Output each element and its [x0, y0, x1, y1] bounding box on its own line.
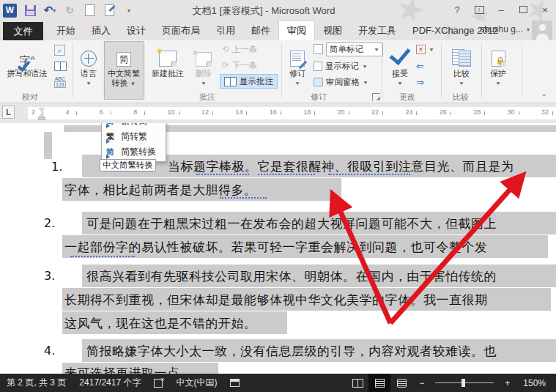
- group-label-changes: 更改: [399, 92, 415, 103]
- word-count-button[interactable]: ABC123: [54, 75, 66, 89]
- tab-references[interactable]: 引用: [208, 21, 243, 40]
- tab-view[interactable]: 视图: [315, 21, 350, 40]
- tab-review[interactable]: 审阅: [278, 21, 315, 40]
- next-change-button[interactable]: ⇒: [416, 75, 424, 89]
- list-number: 1.: [51, 160, 62, 174]
- tracking-dialog-launcher[interactable]: [372, 93, 380, 101]
- ruler-tick: [552, 111, 553, 115]
- tab-page-layout[interactable]: 页面布局: [154, 21, 208, 40]
- macro-recorder-button[interactable]: [223, 374, 246, 392]
- menu-item-simplified-to-traditional[interactable]: 繁 简转繁: [102, 129, 166, 144]
- next-comment-button[interactable]: ⟳ 下一条: [222, 58, 257, 73]
- chinese-conversion-button[interactable]: 简 中文简繁 转换 ▼: [104, 41, 144, 100]
- doc-text-line[interactable]: 这风气，现在这也是不错的开始。: [64, 315, 257, 332]
- window-title: 文档1 [兼容模式] - Microsoft Word: [117, 4, 410, 18]
- reviewing-pane-button[interactable]: 审阅窗格 ▼: [314, 75, 368, 89]
- close-button[interactable]: ×: [537, 3, 553, 16]
- help-button[interactable]: ?: [449, 3, 465, 16]
- doc-text-line[interactable]: 长期得不到重视，但宋体却是最能够体视中华文化美学的字体。我一直很期: [64, 292, 488, 308]
- ribbon-display-options-button[interactable]: ↑: [471, 3, 487, 16]
- macro-icon: [230, 379, 240, 387]
- track-changes-button[interactable]: 修订 ▼: [284, 42, 311, 88]
- group-label-proofing: 校对: [22, 92, 38, 103]
- language-button[interactable]: 语言 ▼: [75, 42, 102, 88]
- horizontal-ruler[interactable]: 2468101214161820222426283032: [28, 107, 556, 119]
- tab-mailings[interactable]: 邮件: [243, 21, 278, 40]
- doc-text-line[interactable]: 可是问题在于粗黑宋过粗一在发布会的超大视屏问题可能不大，但截图上: [86, 215, 497, 232]
- delete-comment-button[interactable]: × 删除 ▼: [190, 42, 217, 88]
- quick-edit-button[interactable]: [103, 4, 116, 17]
- tab-selector[interactable]: L: [2, 106, 15, 119]
- proofing-status-button[interactable]: ×: [147, 374, 169, 392]
- spelling-grammar-button[interactable]: 字A 拼写和语法: [3, 42, 51, 78]
- next-change-icon: ⇒: [416, 77, 424, 88]
- compare-button[interactable]: 比较 ▼: [447, 42, 476, 88]
- new-comment-button[interactable]: ✷ 新建批注: [147, 42, 188, 78]
- print-layout-icon: [375, 379, 385, 388]
- reject-button[interactable]: × ▼: [416, 42, 434, 56]
- new-document-button[interactable]: [83, 4, 96, 17]
- menu-item-traditional-to-simplified[interactable]: 简 繁转简: [102, 123, 166, 129]
- accept-button[interactable]: 接受 ▼: [387, 42, 413, 88]
- print-layout-button[interactable]: [368, 374, 390, 392]
- minimize-button[interactable]: –: [493, 3, 509, 16]
- new-document-icon: [85, 4, 94, 16]
- page-indicator[interactable]: 第 2 页, 共 3 页: [0, 374, 73, 392]
- zoom-out-button[interactable]: −: [412, 374, 431, 392]
- document-page[interactable]: 1. 2. 3. 4. 当标题字棒极。它是套很醒神、很吸引到注意目光、而且是为 …: [0, 123, 556, 374]
- tab-design[interactable]: 设计: [119, 21, 154, 40]
- menu-item-conversion-options[interactable]: 简 简繁转换: [102, 144, 166, 160]
- previous-change-button[interactable]: ⇐: [416, 59, 424, 73]
- thesaurus-button[interactable]: [54, 59, 67, 73]
- doc-text-line[interactable]: 很高兴看到有先驱科技公司取用宋体、明朝体。在国内，由于害怕传统的: [86, 268, 497, 285]
- zoom-in-button[interactable]: +: [498, 374, 516, 392]
- protect-button[interactable]: 保护 ▼: [485, 42, 511, 88]
- zoom-slider[interactable]: [435, 382, 494, 383]
- group-separator: [103, 42, 103, 98]
- conversion-icon: 繁: [106, 131, 116, 142]
- proofing-error-icon: ×: [154, 379, 163, 388]
- read-mode-button[interactable]: [346, 374, 368, 392]
- chevron-down-icon: ▼: [495, 79, 501, 86]
- restore-icon: [519, 6, 527, 13]
- zoom-level[interactable]: 150%: [516, 374, 556, 392]
- tab-insert[interactable]: 插入: [84, 21, 119, 40]
- ruler-number: 6: [100, 108, 103, 116]
- quick-access-toolbar: W ↶▾ ↻ ▾: [3, 2, 136, 18]
- list-number: 3.: [44, 269, 55, 283]
- tab-developer[interactable]: 开发工具: [350, 21, 404, 40]
- conversion-icon: 简: [106, 147, 116, 158]
- ruler-tick: [519, 111, 519, 115]
- undo-dropdown-icon[interactable]: ▾: [53, 7, 56, 14]
- undo-button[interactable]: ↶▾: [43, 4, 56, 17]
- redo-button[interactable]: ↻: [63, 4, 76, 17]
- account-name[interactable]: shushu g... ▾: [480, 24, 530, 34]
- zoom-slider-knob[interactable]: [462, 379, 465, 387]
- search-document-button[interactable]: ⌕: [54, 42, 65, 57]
- simple-markup-select[interactable]: 简单标记 ▼: [326, 42, 383, 56]
- language-indicator[interactable]: 中文(中国): [169, 374, 223, 392]
- avatar[interactable]: [532, 21, 552, 40]
- spellcheck-squiggle: [328, 173, 410, 175]
- undo-icon: ↶: [44, 4, 53, 17]
- doc-text-line[interactable]: 一起部份字的易认性被破坏。若果可轻一字重会解决到问题，也可令整个发: [64, 239, 488, 256]
- save-button[interactable]: [23, 4, 37, 17]
- indent-markers[interactable]: [38, 108, 45, 124]
- tab-file[interactable]: 文件: [3, 22, 43, 40]
- doc-text-line[interactable]: 简报略嫌字体大小太一致，没有信息层级的引导，内容对观者较难读。也: [86, 343, 497, 360]
- word-count[interactable]: 2417/2417 个字: [73, 374, 147, 392]
- avatar-head: [539, 24, 546, 31]
- show-comments-icon: [224, 77, 237, 86]
- tab-home[interactable]: 开始: [48, 21, 84, 40]
- previous-comment-button[interactable]: ⟲ 上一条: [222, 42, 257, 56]
- collapse-ribbon-button[interactable]: ⌃: [541, 93, 547, 101]
- show-markup-button[interactable]: 显示标记 ▼: [314, 59, 368, 73]
- group-label-tracking: 修订: [311, 92, 327, 103]
- show-comments-button[interactable]: 显示批注: [220, 74, 278, 89]
- read-mode-icon: [352, 379, 363, 388]
- maximize-button[interactable]: [515, 3, 531, 16]
- doc-text-line[interactable]: 来可选择再进取一点。: [64, 365, 193, 374]
- word-app-icon[interactable]: W: [3, 4, 17, 18]
- ruler-tick: [144, 111, 145, 115]
- web-layout-button[interactable]: [390, 374, 412, 392]
